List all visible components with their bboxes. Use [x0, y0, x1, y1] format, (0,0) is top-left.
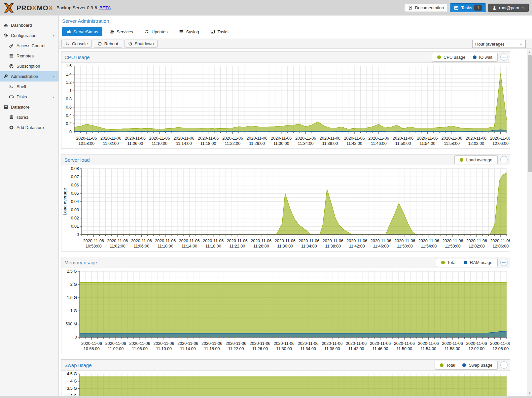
svg-text:0.2: 0.2 — [66, 121, 72, 126]
chart-svg: 0500 M1 G1.5 G2 G2.5 G3 G3.5 G4 G4.5 G20… — [61, 371, 510, 398]
svg-text:0.08: 0.08 — [71, 166, 79, 171]
tab-tasks[interactable]: Tasks — [206, 27, 232, 36]
svg-text:11:38:00: 11:38:00 — [324, 347, 340, 351]
console-button[interactable]: Console — [61, 40, 92, 48]
svg-text:0.05: 0.05 — [71, 191, 79, 196]
svg-text:11:46:00: 11:46:00 — [372, 347, 388, 351]
legend-item[interactable]: Load average — [457, 157, 495, 163]
beta-link[interactable]: BETA — [99, 5, 111, 10]
timeframe-select[interactable]: Hour (average) — [472, 40, 526, 48]
svg-text:2020-11-06: 2020-11-06 — [370, 341, 391, 346]
collapse-panel-icon[interactable] — [500, 259, 508, 266]
tasks-button[interactable]: Tasks 1 — [450, 4, 486, 12]
svg-text:0.4: 0.4 — [66, 113, 72, 118]
swap-usage-chart: 0500 M1 G1.5 G2 G2.5 G3 G3.5 G4 G4.5 G20… — [61, 371, 510, 398]
svg-text:2020-11-06: 2020-11-06 — [442, 239, 463, 243]
sidebar-item-subscription[interactable]: Subscription — [0, 61, 58, 71]
sidebar-item-disks[interactable]: Disks ▸ — [0, 92, 58, 102]
chart-svg: 00.20.40.60.811.21.41.62020-11-0610:58:0… — [61, 63, 510, 149]
svg-text:Load average: Load average — [62, 188, 67, 216]
sidebar-item-configuration[interactable]: Configuration ▾ — [0, 30, 58, 41]
svg-text:11:58:00: 11:58:00 — [444, 347, 460, 351]
main-content: Server Administration ServerStatus Servi… — [59, 16, 532, 398]
svg-text:11:34:00: 11:34:00 — [300, 347, 316, 351]
sidebar-item-add-datastore[interactable]: Add Datastore — [0, 122, 58, 133]
svg-text:2.5 G: 2.5 G — [67, 269, 77, 274]
svg-text:2020-11-06: 2020-11-06 — [153, 341, 174, 346]
reboot-button[interactable]: Reboot — [94, 40, 122, 48]
scroll-up-icon[interactable]: ▲ — [527, 51, 532, 54]
tab-services[interactable]: Services — [105, 27, 137, 36]
svg-text:2 G: 2 G — [70, 282, 77, 287]
legend-dot-icon — [460, 158, 463, 162]
svg-text:0.02: 0.02 — [71, 216, 79, 220]
sidebar-item-access-control[interactable]: Access Control — [0, 41, 58, 51]
tab-syslog[interactable]: Syslog — [175, 27, 203, 36]
sidebar-item-remotes[interactable]: Remotes — [0, 51, 58, 61]
legend-dot-icon — [437, 55, 441, 59]
svg-text:11:58:00: 11:58:00 — [444, 141, 460, 146]
legend-item[interactable]: Total — [438, 259, 459, 266]
svg-text:4.5 G: 4.5 G — [67, 372, 77, 376]
terminal-icon — [9, 84, 14, 89]
sidebar-item-shell[interactable]: Shell — [0, 82, 58, 92]
collapse-panel-icon[interactable] — [500, 156, 508, 163]
scroll-down-icon[interactable]: ▼ — [527, 392, 532, 395]
svg-text:11:02:00: 11:02:00 — [108, 347, 124, 351]
svg-text:11:18:00: 11:18:00 — [200, 141, 216, 146]
svg-text:2020-11-06: 2020-11-06 — [275, 239, 296, 243]
panel-title: CPU usage — [64, 54, 90, 60]
sidebar-item-store1[interactable]: store1 — [0, 112, 58, 122]
list-alt-icon — [210, 29, 215, 34]
tasks-label: Tasks — [461, 5, 472, 10]
panel-title: Server load — [64, 157, 90, 163]
legend-item[interactable]: RAM usage — [461, 259, 495, 266]
svg-text:2020-11-06: 2020-11-06 — [149, 136, 170, 141]
svg-text:11:30:00: 11:30:00 — [273, 141, 289, 146]
legend-item[interactable]: Swap usage — [459, 362, 495, 368]
panel-header: CPU usage CPU usageIO wait — [61, 52, 510, 63]
svg-text:2020-11-06: 2020-11-06 — [490, 136, 510, 141]
user-menu-button[interactable]: root@pam — [488, 4, 529, 12]
svg-text:2020-11-06: 2020-11-06 — [76, 136, 97, 141]
documentation-button[interactable]: Documentation — [404, 4, 448, 12]
life-ring-icon — [9, 64, 14, 69]
server-list-icon — [9, 53, 14, 58]
list-icon — [179, 29, 184, 34]
svg-text:11:54:00: 11:54:00 — [420, 347, 436, 351]
svg-text:10:58:00: 10:58:00 — [84, 347, 100, 351]
server-load-chart: 00.010.020.030.040.050.060.070.082020-11… — [61, 165, 510, 251]
sidebar-item-dashboard[interactable]: Dashboard — [0, 20, 58, 30]
hdd-icon — [9, 94, 14, 99]
sidebar-item-datastore[interactable]: Datastore — [0, 102, 58, 112]
svg-text:0.07: 0.07 — [71, 175, 79, 179]
svg-text:2020-11-06: 2020-11-06 — [226, 341, 246, 346]
tab-updates[interactable]: Updates — [140, 27, 172, 36]
legend-item[interactable]: CPU usage — [434, 54, 468, 60]
svg-text:2020-11-06: 2020-11-06 — [442, 341, 463, 346]
svg-text:2020-11-06: 2020-11-06 — [222, 136, 243, 141]
vertical-scrollbar[interactable]: ▲ ▼ — [527, 50, 532, 396]
svg-text:0: 0 — [77, 232, 79, 237]
sidebar-item-administration[interactable]: Administration ▾ — [0, 71, 58, 82]
panel-title: Swap usage — [64, 362, 92, 368]
svg-text:11:50:00: 11:50:00 — [397, 244, 413, 249]
svg-text:11:14:00: 11:14:00 — [176, 141, 192, 146]
collapse-panel-icon[interactable] — [500, 361, 508, 369]
svg-text:2020-11-06: 2020-11-06 — [466, 136, 486, 141]
legend-item[interactable]: Total — [437, 362, 458, 368]
svg-text:2020-11-06: 2020-11-06 — [271, 136, 292, 141]
svg-text:11:26:00: 11:26:00 — [252, 347, 268, 351]
svg-text:1.4: 1.4 — [66, 72, 72, 77]
chevron-down-icon: ▾ — [53, 34, 54, 37]
legend-item[interactable]: IO wait — [470, 54, 495, 60]
tab-serverstatus[interactable]: ServerStatus — [62, 27, 102, 36]
svg-text:2020-11-06: 2020-11-06 — [295, 136, 316, 141]
scrollbar-thumb[interactable] — [528, 55, 532, 172]
shutdown-button[interactable]: Shutdown — [124, 40, 158, 48]
collapse-panel-icon[interactable] — [500, 53, 508, 61]
svg-text:1.5 G: 1.5 G — [67, 295, 77, 300]
refresh-icon — [145, 29, 149, 34]
svg-text:2020-11-06: 2020-11-06 — [298, 341, 318, 346]
svg-text:11:18:00: 11:18:00 — [204, 347, 220, 351]
